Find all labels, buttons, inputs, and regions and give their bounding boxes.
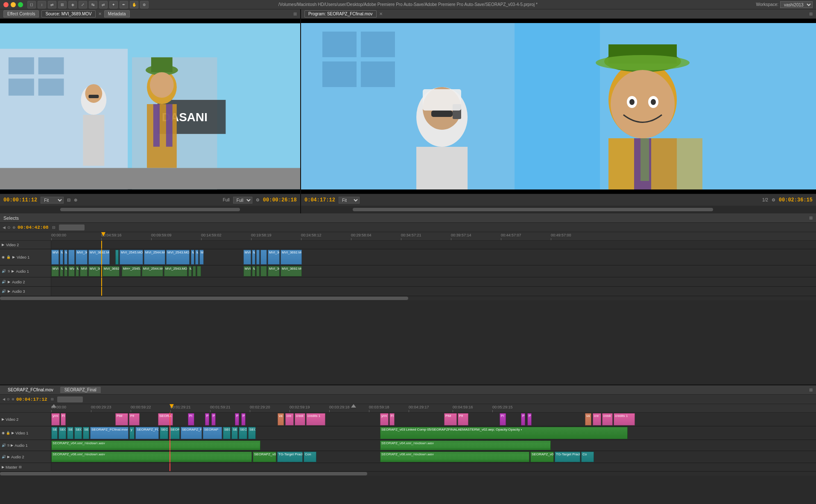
program-tab-close[interactable]: ✕ — [379, 12, 383, 16]
audio-clip-3690j-1[interactable]: MVI_3690.J — [80, 266, 88, 277]
btl-v2-p4[interactable]: P — [241, 413, 246, 425]
btl-v2-pi2[interactable]: Pi — [500, 413, 506, 425]
clip-3692-2[interactable]: MVI_3692.MOV — [281, 250, 302, 265]
audio-clip-3692-2[interactable]: MVI_3692.MOV — [281, 266, 302, 277]
clip-mv-1[interactable]: MV — [191, 250, 194, 265]
btl-a2-mixdown[interactable]: SEORAPZ_v08.xml_mixdown.wav — [51, 452, 252, 462]
v2-toggle[interactable]: ▶ — [2, 243, 4, 247]
btl-v1-seor[interactable]: SEOR — [239, 427, 247, 439]
audio-clip-mv-1[interactable]: MV — [188, 266, 192, 277]
clip-m-2[interactable]: M — [252, 250, 255, 265]
btl-v2-p6[interactable]: P — [527, 413, 532, 425]
maximize-button[interactable] — [18, 2, 23, 7]
selects-hscroll[interactable] — [0, 296, 816, 300]
btl-v2-p1[interactable]: P — [205, 413, 209, 425]
audio-clip-mvi-2[interactable] — [256, 266, 260, 277]
audio-clip-mvi-1[interactable] — [197, 266, 201, 277]
btl-v1-se4[interactable]: SE — [231, 427, 238, 439]
tool-btn-10[interactable]: ✒ — [120, 1, 128, 9]
audio-clip-3691-1[interactable]: MVI_3691.MOV[A] — [88, 266, 100, 277]
source-tab-close[interactable]: ✕ — [98, 12, 102, 16]
btl-v2-credits1[interactable]: credits 1 — [306, 413, 325, 425]
btl-v2-fl[interactable]: Fl — [61, 413, 66, 425]
a2-toggle[interactable]: ▶ — [8, 280, 10, 284]
btl-v1-seo5[interactable]: SEO — [248, 427, 256, 439]
audio-clip-m-3[interactable]: M — [76, 266, 79, 277]
btl-v1-seofc[interactable]: SEORAPZ_FC — [181, 427, 202, 439]
clip-m-1[interactable]: M — [60, 250, 63, 265]
clip-mvi368-2[interactable]: MVI_368 — [243, 250, 251, 265]
a1-toggle[interactable]: ▶ — [12, 269, 14, 273]
source-scroll-thumb[interactable] — [60, 208, 240, 211]
tab-metadata[interactable]: Metadata — [104, 10, 130, 17]
tab-source[interactable]: Source: MVI_3689.MOV — [41, 10, 95, 17]
tab-effect-controls[interactable]: Effect Controls — [3, 10, 39, 17]
selects-hscroll-thumb[interactable] — [0, 297, 408, 300]
audio-clip-2543-1[interactable]: MVI_2543.MOV [A] — [164, 266, 187, 277]
btl-v2-cre2[interactable]: cre — [593, 413, 601, 425]
program-panel-expand[interactable]: ⊞ — [809, 12, 813, 16]
btl-v2-va2[interactable]: va — [585, 413, 591, 425]
tool-btn-3[interactable]: ⇄ — [48, 1, 56, 9]
clip-mvi-3[interactable] — [256, 250, 260, 265]
clip-3692-1[interactable]: MVI_3692.MOV [V] -y — [88, 250, 110, 265]
tab-fcfinal[interactable]: SEORAPZ_FCfinal.mov — [3, 387, 58, 393]
tab-final[interactable]: SEORAPZ_Final — [60, 387, 101, 393]
program-zoom-select[interactable]: Fit 25% 50% — [339, 197, 360, 204]
btl-v2-p5[interactable]: P — [521, 413, 525, 425]
btl-a2-toggle[interactable]: ▶ — [7, 455, 10, 459]
source-quality-select[interactable]: Full 1/2 1/4 — [233, 197, 252, 204]
a1-solo[interactable]: S — [8, 269, 10, 273]
tool-btn-8[interactable]: ⇌ — [99, 1, 108, 9]
tab-program[interactable]: Program: SEORAPZ_FCfinal.mov — [304, 10, 377, 17]
audio-clip-3692-1[interactable]: MVI_3692.MOV [A] — [102, 266, 120, 277]
audio-clip-mvi368-2[interactable]: MVI_368 — [243, 266, 251, 277]
btl-v1-se2[interactable]: SE — [67, 427, 73, 439]
tool-btn-7[interactable]: ↹ — [89, 1, 97, 9]
audio-clip-m-1[interactable]: M — [60, 266, 63, 277]
program-settings[interactable]: ⚙ — [772, 198, 775, 202]
tool-btn-9[interactable]: ✦ — [109, 1, 118, 9]
clip-3691-2[interactable]: MVI_3691.MOV — [268, 250, 280, 265]
audio-clip-2545-1[interactable]: MH+_2545.MOV [A] — [122, 266, 141, 277]
clip-mvi-1[interactable]: MVI — [64, 250, 67, 265]
btl-a2-tg-target[interactable]: TG-Target Practice 1 — [277, 452, 303, 462]
btl-v2-pim2[interactable]: PiM — [444, 413, 457, 425]
btl-v2-credi[interactable]: credi — [295, 413, 305, 425]
btl-v2-p3[interactable]: P — [235, 413, 239, 425]
btl-a1-toggle[interactable]: ▶ — [11, 443, 13, 447]
btl-a2-tg-target2[interactable]: TG-Target Practice 10 — [555, 452, 580, 462]
btl-v1-y[interactable]: y — [129, 427, 135, 439]
btl-v2-fl2[interactable]: Fl — [389, 413, 395, 425]
btl-v1-seo2[interactable]: SEOI — [74, 427, 82, 439]
clip-3690-1[interactable] — [68, 250, 75, 265]
btl-hscroll-thumb[interactable] — [0, 472, 367, 475]
btl-v1-fcf[interactable]: SEORAPZ_FCF — [135, 427, 159, 439]
btl-v2-yrm2[interactable]: yrm — [380, 413, 389, 425]
clip-3690-2[interactable] — [260, 250, 267, 265]
tool-btn-5[interactable]: ◈ — [68, 1, 77, 9]
workspace-select[interactable]: vashi2013 — [780, 1, 813, 8]
clip-2545-1[interactable]: MVI_2545.MOV [V] — [120, 250, 143, 265]
btl-v2-credi2[interactable]: credi — [602, 413, 613, 425]
v1-lock[interactable]: 🔒 — [6, 255, 11, 259]
btl-a1-solo[interactable]: S — [7, 443, 9, 447]
a3-toggle[interactable]: ▶ — [8, 289, 10, 293]
source-settings[interactable]: ⚙ — [256, 198, 260, 202]
btl-v2-plf2[interactable]: Plf — [458, 413, 468, 425]
btl-a2-con[interactable]: Con — [304, 452, 316, 462]
v1-eye[interactable]: ◉ — [2, 255, 5, 259]
btl-v1-seorap[interactable]: SEORAP — [203, 427, 222, 439]
btl-v2-seora[interactable]: SEORA — [158, 413, 173, 425]
clip-2543-1[interactable]: MVI_2543.MOV [V] -y — [166, 250, 190, 265]
selects-expand[interactable]: ⊞ — [809, 216, 813, 220]
btl-v1-seo[interactable]: SEO — [58, 427, 66, 439]
btl-v1-se[interactable]: SE — [51, 427, 58, 439]
btl-v1-seora[interactable]: SEORA — [169, 427, 180, 439]
tool-btn-1[interactable]: ⟨⟩ — [27, 1, 36, 9]
audio-clip-m-4[interactable]: M — [252, 266, 255, 277]
btl-v2-toggle[interactable]: ▶ — [2, 417, 4, 421]
audio-clip-3690-2[interactable] — [260, 266, 267, 277]
clip-mvi-2[interactable]: MVI_ — [199, 250, 204, 265]
audio-clip-mv-2[interactable] — [193, 266, 196, 277]
